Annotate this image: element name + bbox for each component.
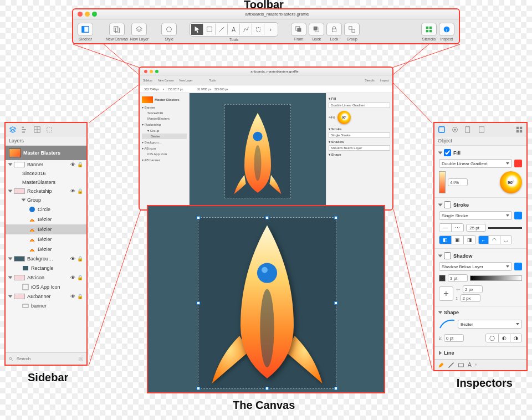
shadow-dy[interactable]: 2 px [461, 294, 480, 302]
tool-text[interactable]: A [228, 24, 240, 35]
sidebar-header: Layers [6, 136, 86, 146]
tb-style[interactable]: Style [161, 23, 177, 41]
fill-mode-select[interactable]: Double Linear Gradient [439, 159, 512, 168]
svg-point-40 [9, 357, 12, 360]
stroke-enabled[interactable] [444, 201, 451, 208]
stroke-mode-select[interactable]: Single Stroke [439, 211, 512, 220]
shadow-blur[interactable]: 3 pt [448, 274, 468, 282]
svg-line-7 [393, 209, 432, 370]
svg-rect-45 [466, 126, 470, 132]
shadow-offset-pad[interactable]: + [439, 286, 453, 301]
layer-rocketship[interactable]: Rocketship 👁 🔒 [6, 187, 86, 196]
line-icon[interactable] [448, 362, 454, 368]
fill-opacity[interactable]: 44% [448, 178, 468, 186]
stroke-color[interactable] [514, 212, 522, 219]
svg-rect-14 [114, 27, 118, 32]
tool-artboard[interactable] [252, 24, 264, 35]
item-banner[interactable]: banner [6, 301, 86, 311]
tb-inspect[interactable]: i [439, 23, 454, 36]
gear-icon[interactable] [78, 356, 83, 362]
guides-icon[interactable] [33, 126, 41, 134]
tool-shape[interactable] [203, 24, 216, 35]
sidebar-tabs[interactable] [6, 123, 86, 136]
section-shadow: Shadow Shadow Below Layer 3 pt + ↔2 px ↕… [434, 249, 526, 306]
curve-icon [439, 318, 456, 330]
layer-banner[interactable]: Banner 👁 🔒 [6, 160, 86, 169]
item-ios-icon[interactable]: iOS App Icon [6, 282, 86, 292]
doc-tab-icon[interactable] [478, 126, 485, 134]
item-bezier-4[interactable]: Bézier [6, 244, 86, 254]
item-since2016[interactable]: Since2016 [6, 169, 86, 178]
svg-rect-35 [47, 127, 52, 132]
grid-icon[interactable] [515, 126, 523, 134]
layer-ab-icon[interactable]: AB:icon👁 🔒 [6, 273, 86, 282]
layer-ab-banner[interactable]: AB:banner👁 🔒 [6, 292, 86, 301]
tool-line[interactable] [216, 24, 228, 35]
item-group[interactable]: Group [6, 196, 86, 204]
tool-pen[interactable] [240, 24, 252, 35]
item-bezier-3[interactable]: Bézier [6, 234, 86, 244]
shadow-dx[interactable]: 2 px [463, 285, 483, 293]
tb-back[interactable] [309, 23, 324, 36]
tb-group[interactable] [344, 23, 360, 36]
angle-wheel[interactable]: 90° [500, 171, 522, 193]
tool-more[interactable]: › [264, 24, 277, 35]
sidebar-footer [6, 352, 86, 365]
svg-point-44 [454, 129, 456, 131]
rocket-graphic[interactable] [198, 218, 336, 388]
layer-background[interactable]: Backgrou…👁 🔒 [6, 254, 86, 263]
outline-icon[interactable] [21, 126, 29, 134]
corner-radius[interactable]: 0 pt [444, 334, 464, 342]
canvas-row[interactable]: Master Blasters [6, 146, 86, 160]
shape-ops[interactable]: ◯◐◑ [485, 334, 522, 342]
svg-rect-38 [23, 284, 28, 290]
canvas-tab-icon[interactable] [464, 126, 472, 134]
selection-icon[interactable] [45, 126, 53, 134]
tb-new-layer[interactable]: New Layer [130, 23, 149, 41]
svg-point-16 [167, 27, 172, 32]
svg-rect-47 [516, 126, 519, 129]
svg-rect-25 [352, 29, 355, 32]
svg-rect-18 [256, 28, 260, 32]
stroke-pos[interactable]: ◧▣◨ [439, 235, 476, 244]
item-bezier-2-selected[interactable]: Bézier [6, 224, 86, 234]
mini-canvas [190, 93, 326, 209]
item-rectangle[interactable]: Rectangle [6, 263, 86, 273]
item-bezier-1[interactable]: Bézier [6, 214, 86, 224]
props-tab-icon[interactable] [451, 126, 459, 134]
fill-enabled[interactable] [444, 149, 451, 156]
item-masterblasters[interactable]: MasterBlasters [6, 178, 86, 187]
stroke-width[interactable]: .25 pt [466, 224, 486, 232]
inspector-mode: Object [434, 136, 526, 146]
inspector-tabs[interactable] [434, 123, 526, 136]
svg-rect-37 [23, 266, 28, 270]
artboard[interactable] [198, 217, 336, 389]
mini-sidebar: Master Blasters ▾ Banner Since2016 Maste… [140, 93, 190, 209]
shadow-color[interactable] [439, 275, 446, 281]
fill-color[interactable] [514, 160, 522, 167]
object-tab-icon[interactable] [438, 126, 446, 134]
shadow-enabled[interactable] [444, 252, 451, 259]
shadow-mode[interactable]: Shadow Below Layer [439, 262, 512, 271]
tb-stencils[interactable] [421, 23, 437, 36]
search-input[interactable] [17, 356, 75, 361]
rect-icon[interactable] [458, 362, 464, 368]
canvas-area[interactable] [147, 205, 385, 393]
section-line[interactable]: Line [434, 347, 526, 360]
pen-icon[interactable] [438, 362, 444, 368]
shape-type[interactable]: Bezier [458, 320, 522, 329]
svg-rect-19 [298, 28, 301, 32]
gradient-bar[interactable] [439, 171, 446, 193]
tb-lock[interactable] [326, 23, 342, 36]
item-circle[interactable]: Circle [6, 204, 86, 214]
tb-front[interactable] [291, 23, 306, 36]
svg-rect-27 [429, 27, 432, 29]
tb-sidebar[interactable]: Sidebar [78, 23, 93, 41]
shadow-action[interactable] [514, 263, 522, 270]
corner-style[interactable]: ⌐◠◡ [478, 235, 512, 244]
tb-new-canvas[interactable]: New Canvas [106, 23, 128, 41]
window-traffic-lights[interactable] [78, 12, 97, 17]
layers-icon[interactable] [9, 126, 17, 134]
svg-rect-26 [426, 27, 428, 29]
tool-select[interactable] [191, 24, 203, 35]
